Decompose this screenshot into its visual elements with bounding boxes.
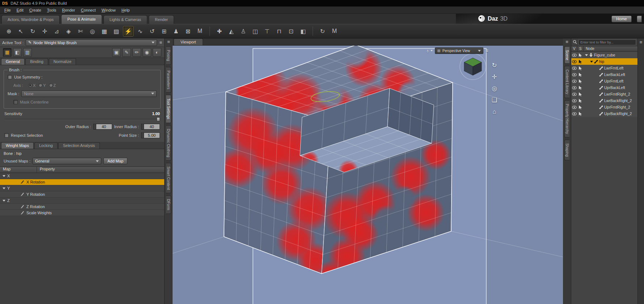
slider-handle[interactable] (157, 117, 160, 121)
activity-tab-actors-wardrobe-props[interactable]: Actors, Wardrobe & Props (1, 15, 60, 24)
visibility-eye-icon[interactable] (571, 112, 577, 115)
dock-tab-tool-settings[interactable]: Tool Settings (166, 95, 171, 123)
activity-tab-pose-animate[interactable]: Pose & Animate (61, 14, 102, 24)
translate-tool[interactable]: ✛ (39, 26, 50, 37)
column-property[interactable]: Property (37, 167, 164, 173)
active-pose-tool[interactable]: ◈ (63, 26, 74, 37)
map-group-x[interactable]: X (0, 173, 164, 179)
scene-node-uprbackright-2[interactable]: UprBackRight_2 (571, 110, 637, 117)
visibility-eye-icon[interactable] (571, 86, 577, 89)
frame-view-tool[interactable]: ❏ (492, 97, 497, 103)
rotate-tool[interactable]: ↻ (27, 26, 38, 37)
point-size-stepper[interactable]: 5.00 (141, 132, 160, 138)
scene-filter-input[interactable] (579, 39, 636, 45)
paint-brush-button[interactable]: ✎ (122, 48, 131, 57)
dock-tab-content-library[interactable]: Content Library (564, 66, 569, 98)
map-group-y[interactable]: Y (0, 185, 164, 191)
scene-node-lwrfrntleft[interactable]: LwrFrntLeft (571, 65, 637, 71)
visibility-eye-icon[interactable] (571, 99, 577, 102)
tab-weight-maps[interactable]: Weight Maps (1, 142, 34, 149)
select-cursor-icon[interactable] (577, 112, 584, 116)
smooth-brush-button[interactable]: ✏ (132, 48, 141, 57)
dock-tab-parameters[interactable]: Parameters (166, 67, 171, 93)
dock-menu-icon[interactable]: ≡ (565, 39, 568, 44)
select-cursor-icon[interactable] (577, 79, 584, 83)
weight-dropper-button[interactable]: ◉ (143, 48, 151, 57)
visibility-eye-icon[interactable] (571, 67, 577, 70)
use-symmetry-checkbox[interactable] (8, 75, 12, 79)
dock-tab-dynamic-clothing[interactable]: Dynamic Clothing (166, 125, 171, 161)
menu-tools[interactable]: Tools (44, 7, 59, 13)
mask-centerline-checkbox[interactable] (13, 100, 18, 104)
drag-grip-icon[interactable] (141, 124, 144, 130)
axis-radio-y[interactable] (38, 83, 42, 87)
spot-render-tool[interactable]: ◎ (87, 26, 98, 37)
sketch-tool[interactable]: ∿ (135, 26, 145, 37)
menu-edit[interactable]: Edit (14, 7, 26, 13)
dform-tool[interactable]: ✄ (75, 26, 86, 37)
orbit-view-tool[interactable]: ↻ (492, 62, 497, 68)
column-node[interactable]: Node (584, 46, 637, 51)
tab-selection-analysis[interactable]: Selection Analysis (58, 142, 100, 149)
universal-manipulator-tool[interactable]: ⊕ (4, 26, 14, 37)
menu-window[interactable]: Window (99, 7, 119, 13)
menu-create[interactable]: Create (26, 7, 44, 13)
home-view-tool[interactable]: ⌂ (492, 109, 496, 115)
inner-radius-value[interactable]: 40 (144, 124, 160, 130)
visibility-eye-icon[interactable] (571, 80, 577, 83)
dock-menu-icon[interactable]: ≡ (167, 39, 170, 44)
drag-grip-icon[interactable] (93, 124, 96, 130)
viewport-3d-scene[interactable] (173, 46, 563, 304)
zoom-view-tool[interactable]: ◎ (492, 85, 497, 92)
mirror-button[interactable]: ◧ (298, 26, 308, 37)
tab-locking[interactable]: Locking (34, 142, 58, 149)
visibility-eye-icon[interactable] (571, 73, 577, 76)
expand-arrow-icon[interactable] (585, 54, 588, 56)
menu-help[interactable]: Help (119, 7, 133, 13)
dock-tab-scene[interactable]: Scene (564, 46, 569, 64)
node-weight-map-brush-tool[interactable]: ⚡ (123, 26, 134, 37)
inner-radius-stepper[interactable]: 40 (141, 124, 160, 130)
column-selectable[interactable]: S (577, 46, 584, 51)
axis-radio-z[interactable] (49, 83, 53, 87)
menu-connect[interactable]: Connect (78, 7, 99, 13)
node-selection-tool[interactable]: ↖ (16, 26, 26, 37)
polygon-group-editor-tool[interactable]: ▨ (111, 26, 122, 37)
active-tool-dropdown[interactable]: ✎ Node Weight Map Brush (26, 39, 157, 46)
visibility-eye-icon[interactable] (571, 54, 577, 57)
select-cursor-icon[interactable] (577, 86, 584, 90)
dock-tab-dform[interactable]: DForm (166, 195, 171, 214)
tab-general[interactable]: General (1, 58, 25, 65)
point-size-value[interactable]: 5.00 (144, 132, 160, 138)
edge-menu-icon[interactable]: ≡ (640, 40, 643, 45)
viewport-menu-icon[interactable]: ≡ (486, 48, 488, 53)
select-cursor-icon[interactable] (577, 99, 584, 103)
unused-maps-dropdown[interactable]: General (33, 158, 101, 164)
tab-binding[interactable]: Binding (25, 58, 48, 65)
map-group-z[interactable]: Z (0, 198, 164, 204)
activity-tab-render[interactable]: Render (149, 15, 174, 24)
scene-node-lwrfrntright-2[interactable]: LwrFrntRight_2 (571, 91, 637, 97)
tab-normalize[interactable]: Normalize (49, 58, 76, 65)
scene-node-hip[interactable]: hip (571, 58, 637, 65)
scene-node-uprbackleft[interactable]: UprBackLeft (571, 84, 637, 91)
map-item-z-rotation[interactable]: Z Rotation (0, 204, 164, 210)
figure-pose-tool[interactable]: ♟ (171, 26, 181, 37)
geometry-editor-tool[interactable]: ▦ (99, 26, 110, 37)
visibility-eye-icon[interactable] (571, 93, 577, 96)
add-prop-button[interactable]: ◫ (250, 26, 260, 37)
smooth-mode-button[interactable]: ▥ (23, 48, 32, 57)
outer-radius-value[interactable]: 40 (96, 124, 112, 130)
create-light-button[interactable]: ✚ (214, 26, 225, 37)
memorize-figure-button[interactable]: M (329, 26, 340, 37)
map-item-x-rotation[interactable]: X Rotation (0, 179, 164, 185)
add-map-button[interactable]: Add Map (103, 158, 127, 164)
scene-node-lwrbackleft[interactable]: LwrBackLeft (571, 71, 637, 78)
animate-figure-button[interactable]: ♙ (238, 26, 249, 37)
scene-node-figure-cube[interactable]: Figure_cube (571, 52, 637, 58)
memorize-pose-tool[interactable]: M (195, 26, 205, 37)
select-cursor-icon[interactable] (577, 66, 584, 70)
align-frame-button[interactable]: ⊓ (274, 26, 284, 37)
select-cursor-icon[interactable] (577, 73, 584, 77)
menu-file[interactable]: File (1, 7, 14, 13)
